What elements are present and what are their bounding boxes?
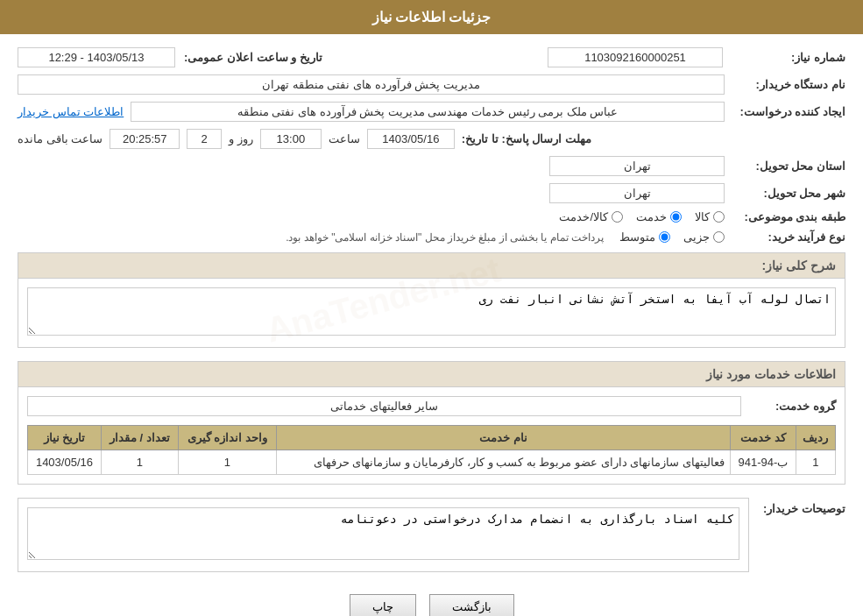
services-table: ردیف کد خدمت نام خدمت واحد اندازه گیری ت…: [27, 425, 836, 475]
need-description-textarea[interactable]: اتصال لوله آب آيفا به استخر آتش نشانی ان…: [27, 287, 836, 336]
purchase-type-label: نوع فرآیند خرید:: [732, 230, 845, 244]
deadline-days-label: روز و: [229, 132, 253, 145]
category-kala-khedmat-label: کالا/خدمت: [559, 210, 608, 223]
creator-label: ایجاد کننده درخواست:: [732, 105, 845, 118]
category-option-kala[interactable]: کالا: [695, 210, 725, 223]
deadline-days: 2: [187, 129, 222, 149]
cell-quantity: 1: [101, 450, 178, 475]
buyer-org-value: مدیریت پخش فرآورده های نفتی منطقه تهران: [18, 74, 725, 95]
col-unit: واحد اندازه گیری: [178, 426, 276, 450]
province-value: تهران: [549, 156, 725, 176]
deadline-remaining-label: ساعت باقی مانده: [18, 132, 103, 145]
purchase-motevaset-label: متوسط: [619, 230, 655, 244]
service-group-label: گروه خدمت:: [748, 400, 836, 413]
purchase-type-motevaset[interactable]: متوسط: [619, 230, 670, 244]
button-row: بازگشت چاپ: [18, 581, 845, 616]
page-header: جزئیات اطلاعات نیاز: [0, 0, 863, 34]
deadline-date: 1403/05/16: [367, 129, 455, 149]
category-khedmat-label: خدمت: [636, 210, 667, 223]
buyer-org-label: نام دستگاه خریدار:: [732, 78, 845, 91]
date-value: 1403/05/13 - 12:29: [18, 47, 175, 67]
col-service-name: نام خدمت: [276, 426, 730, 450]
city-label: شهر محل تحویل:: [732, 187, 845, 200]
page-title: جزئیات اطلاعات نیاز: [372, 10, 492, 25]
buyer-notes-label: توصیحات خریدار:: [758, 498, 845, 515]
col-row-num: ردیف: [796, 426, 835, 450]
col-quantity: تعداد / مقدار: [101, 426, 178, 450]
contact-link[interactable]: اطلاعات تماس خریدار: [18, 105, 124, 118]
deadline-time-label: ساعت: [329, 132, 360, 145]
deadline-label: مهلت ارسال پاسخ: تا تاریخ:: [462, 132, 591, 145]
cell-service-code: ب-94-941: [730, 450, 796, 475]
cell-row-num: 1: [796, 450, 835, 475]
purchase-type-jozii[interactable]: جزیی: [683, 230, 725, 244]
cell-date: 1403/05/16: [28, 450, 102, 475]
category-label: طبقه بندی موضوعی:: [732, 210, 845, 223]
deadline-remaining: 20:25:57: [110, 129, 180, 149]
cell-service-name: فعالیتهای سازمانهای دارای عضو مربوط به ک…: [276, 450, 730, 475]
purchase-note: پرداخت تمام یا بخشی از مبلغ خریداز محل "…: [286, 231, 604, 244]
back-button[interactable]: بازگشت: [429, 594, 514, 616]
col-service-code: کد خدمت: [730, 426, 796, 450]
creator-value: عباس ملک برمی رئیس خدمات مهندسی مدیریت پ…: [131, 102, 725, 122]
need-description-section-header: شرح کلی نیاز:: [18, 253, 845, 279]
date-label: تاریخ و ساعت اعلان عمومی:: [184, 51, 322, 64]
province-label: استان محل تحویل:: [732, 159, 845, 173]
service-group-value: سایر فعالیتهای خدماتی: [27, 396, 741, 416]
category-option-khedmat[interactable]: خدمت: [636, 210, 682, 223]
city-value: تهران: [549, 183, 725, 203]
need-number-label: شماره نیاز:: [732, 51, 845, 64]
category-kala-label: کالا: [695, 210, 710, 223]
category-option-kala-khedmat[interactable]: کالا/خدمت: [559, 210, 623, 223]
cell-unit: 1: [178, 450, 276, 475]
buyer-notes-textarea[interactable]: کلیه اسناد بارگذاری به انضمام مدارک درخو…: [27, 507, 739, 560]
col-date: تاریخ نیاز: [28, 426, 102, 450]
table-row: 1 ب-94-941 فعالیتهای سازمانهای دارای عضو…: [28, 450, 836, 475]
purchase-jozii-label: جزیی: [683, 230, 710, 244]
need-number-value: 1103092160000251: [548, 47, 723, 67]
print-button[interactable]: چاپ: [350, 594, 416, 616]
deadline-time: 13:00: [260, 129, 322, 149]
services-section-header: اطلاعات خدمات مورد نیاز: [18, 362, 845, 387]
